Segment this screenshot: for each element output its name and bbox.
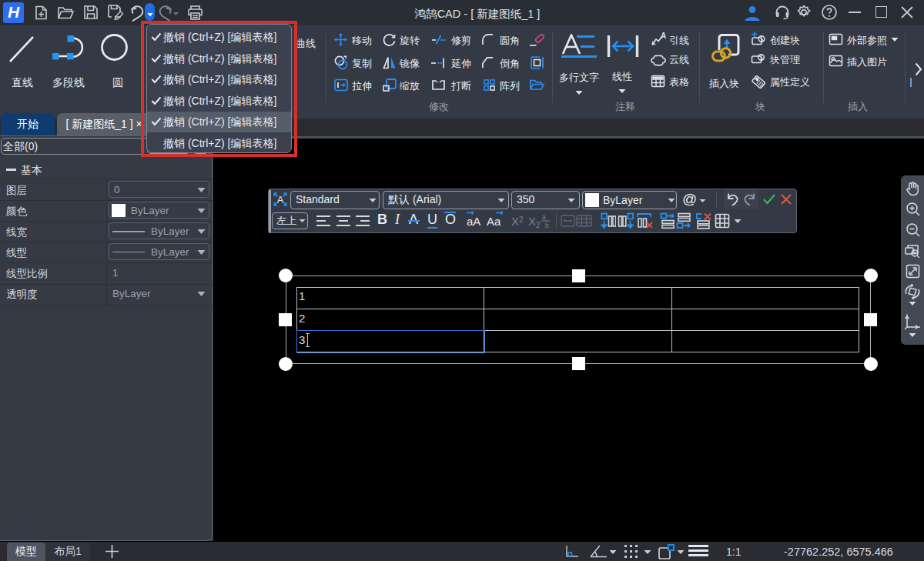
svg-text:a: a [542,213,546,221]
svg-text:b: b [545,222,549,229]
svg-text:A: A [277,194,284,205]
svg-text:A: A [661,32,666,40]
